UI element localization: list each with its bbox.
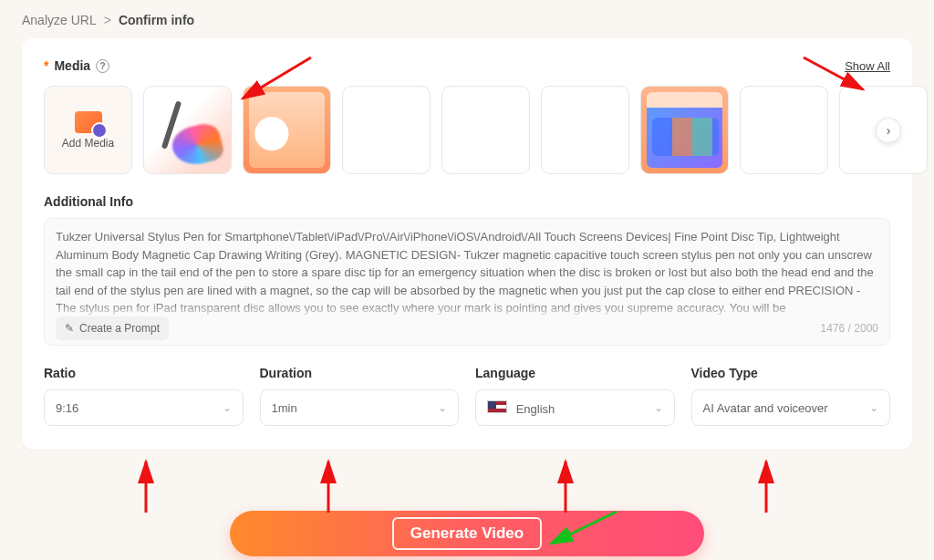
additional-info-textarea[interactable]: Tukzer Universal Stylus Pen for Smartpho… (44, 218, 890, 346)
product-image-icon (249, 92, 325, 168)
media-thumb-2[interactable] (243, 86, 331, 174)
create-prompt-label: Create a Prompt (79, 320, 160, 337)
show-all-link[interactable]: Show All (845, 59, 890, 73)
breadcrumb-step-analyze[interactable]: Analyze URL (22, 13, 97, 27)
create-prompt-button[interactable]: ✎ Create a Prompt (56, 316, 169, 340)
help-icon[interactable]: ? (96, 59, 109, 73)
additional-info-title: Additional Info (44, 194, 890, 209)
annotation-arrow-red-icon (748, 456, 784, 520)
media-thumb-6[interactable] (640, 86, 729, 174)
breadcrumb: Analyze URL > Confirm info (0, 0, 934, 33)
wand-icon: ✎ (65, 320, 74, 337)
breadcrumb-step-confirm: Confirm info (119, 13, 194, 27)
chevron-right-icon: > (104, 13, 111, 27)
required-asterisk: * (44, 58, 48, 73)
video-type-label: Video Type (691, 366, 891, 380)
media-label: Media (54, 58, 90, 73)
media-thumb-7[interactable] (740, 86, 828, 174)
video-type-select[interactable]: AI Avatar and voiceover ⌄ (691, 389, 891, 426)
confirm-info-card: * Media ? Show All Add Media › (22, 38, 912, 450)
generate-video-label: Generate Video (392, 517, 542, 550)
language-label: Language (475, 366, 675, 380)
video-type-control: Video Type AI Avatar and voiceover ⌄ (691, 366, 891, 426)
compat-image-icon (647, 92, 722, 168)
media-thumb-row: Add Media › (44, 86, 890, 174)
annotation-arrow-red-icon (128, 456, 164, 520)
media-thumb-3[interactable] (342, 86, 431, 174)
media-thumb-5[interactable] (541, 86, 629, 174)
chevron-right-icon: › (887, 123, 891, 138)
media-thumb-1[interactable] (143, 86, 232, 174)
video-type-value: AI Avatar and voiceover (703, 401, 828, 415)
duration-control: Duration 1min ⌄ (260, 366, 460, 426)
language-value: English (516, 402, 555, 416)
language-control: Language English ⌄ (475, 366, 675, 426)
chevron-down-icon: ⌄ (438, 401, 447, 414)
ratio-select[interactable]: 9:16 ⌄ (44, 389, 244, 426)
chevron-down-icon: ⌄ (223, 401, 232, 414)
language-select[interactable]: English ⌄ (475, 389, 675, 426)
info-footer: ✎ Create a Prompt 1476 / 2000 (45, 316, 889, 345)
flag-us-icon (487, 400, 507, 413)
image-plus-icon (75, 111, 102, 133)
ratio-control: Ratio 9:16 ⌄ (44, 366, 244, 426)
options-row: Ratio 9:16 ⌄ Duration 1min ⌄ Language En… (44, 366, 890, 426)
ratio-value: 9:16 (56, 401, 78, 415)
chevron-down-icon: ⌄ (654, 401, 663, 414)
duration-value: 1min (272, 401, 297, 415)
chevron-down-icon: ⌄ (869, 401, 878, 414)
media-header: * Media ? Show All (44, 58, 890, 73)
duration-label: Duration (260, 366, 460, 380)
ratio-label: Ratio (44, 366, 244, 380)
duration-select[interactable]: 1min ⌄ (260, 389, 460, 426)
char-counter: 1476 / 2000 (821, 320, 878, 337)
generate-video-button[interactable]: Generate Video (230, 511, 704, 556)
media-scroll-next-button[interactable]: › (876, 118, 901, 143)
stylus-image-icon (156, 99, 220, 162)
add-media-button[interactable]: Add Media (44, 86, 132, 174)
media-thumb-4[interactable] (441, 86, 530, 174)
add-media-label: Add Media (62, 137, 114, 150)
